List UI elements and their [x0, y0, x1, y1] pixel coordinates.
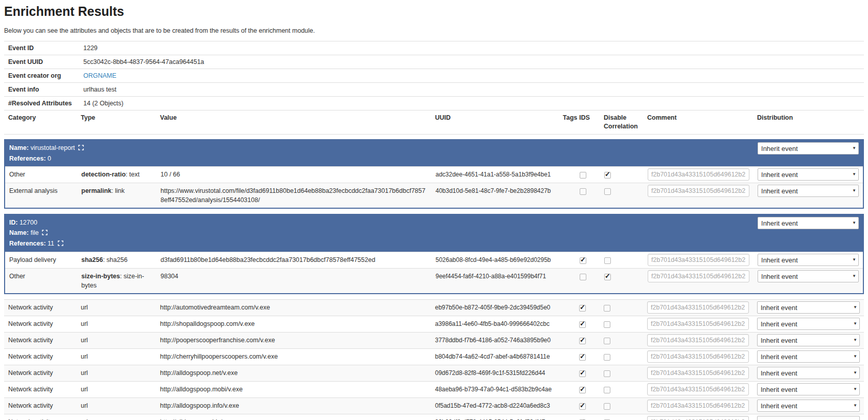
distribution-select[interactable]: Inherit event [758, 270, 859, 282]
ids-cell [575, 333, 600, 349]
comment-input[interactable] [647, 367, 749, 379]
comment-input[interactable] [647, 318, 749, 330]
ids-cell [575, 316, 600, 333]
comment-cell [643, 365, 753, 382]
object-distribution-select[interactable]: Inherit event [758, 217, 859, 229]
comment-input[interactable] [647, 416, 749, 420]
ids-checkbox[interactable] [580, 274, 586, 280]
ids-checkbox[interactable] [579, 338, 586, 344]
ids-cell [575, 365, 600, 382]
disable-correlation-checkbox[interactable] [604, 257, 611, 264]
attribute-value: http://shopalldogspoop.com/v.exe [156, 316, 431, 333]
distribution-select[interactable]: Inherit event [757, 367, 860, 379]
event-meta-row: Event ID 1229 [4, 41, 864, 55]
attribute-row: Network activity url http://shopalldogsp… [4, 316, 864, 333]
expand-references-icon[interactable] [58, 239, 63, 249]
object-references: 0 [48, 155, 51, 162]
disable-correlation-cell [600, 333, 643, 349]
object-distribution-select[interactable]: Inherit event [758, 142, 859, 154]
disable-correlation-checkbox[interactable] [604, 172, 611, 179]
comment-cell [644, 183, 753, 209]
attribute-uuid: adc32dee-4651-41a1-a558-5a1b3f9e4be1 [431, 167, 559, 183]
ids-checkbox[interactable] [579, 354, 586, 361]
distribution-select[interactable]: Inherit event [758, 185, 859, 197]
attribute-tags [559, 349, 575, 365]
expand-object-icon[interactable] [78, 143, 84, 153]
event-meta-row: Event info urlhaus test [4, 83, 864, 97]
col-distribution: Distribution [753, 110, 864, 135]
distribution-select[interactable]: Inherit event [757, 301, 860, 314]
ids-checkbox[interactable] [580, 188, 586, 195]
comment-input[interactable] [647, 383, 749, 395]
attribute-value: 10 / 66 [156, 167, 431, 183]
attribute-type: url [77, 365, 156, 382]
attribute-category: Network activity [4, 349, 77, 365]
comment-input[interactable] [648, 185, 749, 197]
ids-checkbox[interactable] [579, 403, 586, 410]
comment-input[interactable] [648, 270, 749, 282]
attribute-row: Other size-in-bytes: size-in-bytes 98304… [5, 269, 863, 294]
object-distribution-cell: Inherit event▼ [753, 214, 863, 252]
distribution-select[interactable]: Inherit event [757, 383, 860, 395]
distribution-cell: Inherit event▼ [753, 365, 864, 382]
comment-input[interactable] [648, 168, 749, 181]
disable-correlation-checkbox[interactable] [604, 354, 610, 361]
attribute-tags [559, 414, 575, 420]
attribute-value: http://automotivedreamteam.com/v.exe [156, 300, 431, 316]
distribution-select[interactable]: Inherit event [757, 350, 860, 363]
disable-correlation-checkbox[interactable] [604, 370, 610, 377]
attribute-value: http://alldogspoop.info/v.exe [156, 398, 431, 414]
distribution-select[interactable]: Inherit event [758, 254, 859, 266]
meta-value: 14 (2 Objects) [79, 97, 864, 110]
comment-cell [643, 414, 753, 420]
disable-correlation-checkbox[interactable] [604, 387, 610, 393]
col-disable-correlation: Disable Correlation [600, 110, 643, 135]
ids-checkbox[interactable] [580, 172, 586, 179]
object-references-line: References: 0 [9, 153, 749, 164]
object-id-line: ID: 12700 [9, 217, 749, 228]
ids-checkbox[interactable] [579, 305, 586, 312]
comment-input[interactable] [647, 301, 749, 314]
attribute-uuid: 09d672d8-82f8-469f-9c1f-5315fd226d44 [431, 365, 559, 382]
disable-correlation-cell [600, 316, 643, 333]
distribution-select[interactable]: Inherit event [757, 400, 860, 412]
ids-checkbox[interactable] [579, 370, 586, 377]
comment-input[interactable] [648, 254, 749, 266]
distribution-select[interactable]: Inherit event [757, 318, 860, 330]
comment-input[interactable] [647, 400, 749, 412]
distribution-cell: Inherit event▼ [753, 300, 864, 316]
attribute-type: detection-ratio: text [77, 167, 156, 183]
distribution-cell: Inherit event▼ [753, 252, 863, 269]
expand-object-icon[interactable] [42, 228, 48, 238]
attribute-type: sha256: sha256 [77, 252, 156, 269]
event-creator-org-link[interactable]: ORGNAME [83, 72, 117, 79]
ids-cell [575, 398, 600, 414]
disable-correlation-checkbox[interactable] [604, 274, 611, 280]
object-references: 11 [48, 240, 56, 247]
comment-input[interactable] [647, 350, 749, 363]
meta-value: 5cc3042c-8bb4-4837-9564-47aca964451a [79, 55, 864, 69]
disable-correlation-cell [600, 365, 643, 382]
disable-correlation-checkbox[interactable] [604, 338, 610, 344]
ids-checkbox[interactable] [579, 387, 586, 393]
attribute-type: size-in-bytes: size-in-bytes [77, 269, 156, 294]
attribute-category: Network activity [4, 414, 77, 420]
comment-input[interactable] [647, 334, 749, 346]
distribution-select[interactable]: Inherit event [757, 334, 860, 346]
disable-correlation-checkbox[interactable] [604, 321, 610, 328]
object-name: file [31, 229, 40, 236]
distribution-cell: Inherit event▼ [753, 183, 863, 209]
ids-checkbox[interactable] [579, 321, 586, 328]
disable-correlation-checkbox[interactable] [604, 188, 611, 195]
ids-checkbox[interactable] [580, 257, 586, 264]
disable-correlation-checkbox[interactable] [604, 305, 610, 312]
disable-correlation-checkbox[interactable] [604, 403, 610, 410]
attribute-tags [559, 333, 575, 349]
attribute-columns-header: Category Type Value UUID Tags IDS Disabl… [4, 110, 864, 135]
object-name-line: Name: virustotal-report [9, 143, 749, 153]
distribution-cell: Inherit event▼ [753, 398, 864, 414]
col-category: Category [4, 110, 77, 135]
distribution-select[interactable]: Inherit event [758, 168, 859, 181]
distribution-select[interactable]: Inherit event [757, 416, 860, 420]
ids-cell [576, 183, 600, 209]
